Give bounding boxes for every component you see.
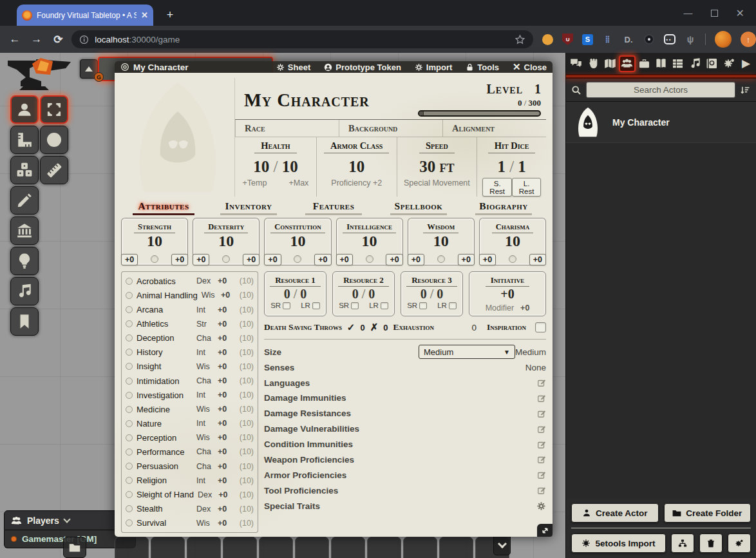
drawing-tool-button[interactable] [10, 186, 39, 215]
resource-value[interactable]: 0 / 0 [265, 287, 326, 301]
browser-menu-update-icon[interactable]: ↑ [741, 32, 756, 47]
skill-row[interactable]: Nature Int +0 (10) [126, 416, 254, 430]
initiative-label[interactable]: Initiative [486, 275, 529, 287]
ability-proficiency-radio[interactable] [366, 255, 373, 263]
configure-button[interactable] [728, 534, 751, 553]
sheet-tab[interactable]: Spellbook [376, 200, 461, 215]
ability-score[interactable]: 10 [265, 233, 330, 249]
edit-trait-icon[interactable] [537, 425, 546, 434]
skill-row[interactable]: Insight Wis +0 (10) [126, 360, 254, 374]
tab-actors[interactable] [619, 55, 636, 72]
temp-hp-field[interactable]: +Temp [243, 178, 267, 188]
sounds-tool-button[interactable] [10, 277, 39, 305]
identity-field[interactable]: Alignment [442, 120, 546, 137]
death-success-count[interactable]: 0 [360, 323, 364, 332]
ability-proficiency-radio[interactable] [222, 255, 230, 263]
ability-check-mod[interactable]: +0 [171, 254, 188, 265]
folder-tree-button[interactable] [671, 534, 694, 553]
macro-slot[interactable] [115, 537, 149, 558]
ability-save-mod[interactable]: +0 [408, 254, 424, 265]
ruler-tool-button[interactable] [10, 126, 39, 154]
short-rest-button[interactable]: S. Rest [482, 178, 512, 197]
skill-proficiency-radio[interactable] [126, 420, 133, 427]
lr-checkbox[interactable] [449, 302, 457, 309]
ability-save-mod[interactable]: +0 [264, 254, 281, 265]
skill-row[interactable]: Perception Wis +0 (10) [126, 430, 254, 445]
measure-tool-button[interactable] [40, 156, 68, 184]
ability-name[interactable]: Constitution [270, 222, 325, 233]
sheet-tab[interactable]: Attributes [121, 200, 206, 215]
edit-trait-icon[interactable] [537, 394, 546, 403]
new-tab-button[interactable]: + [162, 8, 178, 23]
tab-close-icon[interactable]: ✕ [141, 10, 148, 20]
browser-tab[interactable]: Foundry Virtual Tabletop • A Stan ✕ [17, 5, 153, 26]
ability-name[interactable]: Dexterity [204, 222, 248, 233]
walls-tool-button[interactable] [10, 216, 39, 245]
token-tool-button[interactable] [10, 95, 39, 124]
ability-check-mod[interactable]: +0 [458, 254, 475, 265]
cookie-extension-icon[interactable] [542, 34, 553, 45]
sheet-tab[interactable]: Inventory [206, 200, 291, 215]
ability-check-mod[interactable]: +0 [243, 254, 260, 265]
skill-row[interactable]: Stealth Dex +0 (10) [126, 502, 254, 516]
actor-entry[interactable]: My Character [566, 102, 756, 143]
ability-score[interactable]: 10 [408, 233, 474, 249]
sidebar-collapse-caret-icon[interactable]: ▶ [737, 55, 754, 72]
grid-extension-icon[interactable]: ⣿ [602, 34, 614, 45]
tab-compendium[interactable] [704, 55, 721, 72]
forward-icon[interactable]: → [26, 33, 48, 46]
resource-label[interactable]: Resource 2 [338, 275, 389, 287]
skill-proficiency-radio[interactable] [126, 278, 133, 285]
lighting-tool-button[interactable] [10, 247, 39, 275]
reload-icon[interactable]: ⟳ [48, 33, 70, 46]
sheet-config-button[interactable]: Sheet [276, 63, 310, 72]
skill-row[interactable]: Persuasion Cha +0 (10) [126, 459, 254, 474]
skill-row[interactable]: Medicine Wis +0 (10) [126, 402, 254, 416]
tab-tables[interactable] [670, 55, 686, 72]
macro-slot[interactable] [439, 537, 473, 558]
tab-scenes[interactable] [601, 55, 618, 72]
ability-name[interactable]: Intelligence [343, 222, 396, 233]
skill-proficiency-radio[interactable] [126, 334, 133, 342]
ability-score[interactable]: 10 [480, 233, 545, 249]
xp-line[interactable]: 0 / 300 [518, 98, 541, 108]
ability-name[interactable]: Charisma [492, 222, 534, 233]
macro-slot[interactable] [259, 537, 293, 558]
macro-slot[interactable] [223, 537, 257, 558]
skill-proficiency-radio[interactable] [126, 306, 133, 313]
macro-slot[interactable] [331, 537, 365, 558]
close-sheet-button[interactable]: ✕ Close [513, 61, 547, 73]
death-fail-icon[interactable]: ✗ [370, 322, 379, 333]
ability-save-mod[interactable]: +0 [121, 254, 138, 265]
skill-row[interactable]: Acrobatics Dex +0 (10) [126, 274, 254, 288]
resource-value[interactable]: 0 / 0 [333, 287, 394, 301]
skill-row[interactable]: Arcana Int +0 (10) [126, 303, 254, 317]
skill-row[interactable]: Animal Handling Wis +0 (10) [126, 288, 254, 302]
exhaustion-value[interactable]: 0 [438, 323, 477, 332]
sr-checkbox[interactable] [283, 302, 290, 309]
edit-trait-icon[interactable] [537, 486, 546, 495]
ability-save-mod[interactable]: +0 [336, 254, 353, 265]
edit-trait-icon[interactable] [537, 440, 546, 449]
ability-proficiency-radio[interactable] [151, 255, 158, 263]
macro-slot[interactable] [187, 537, 221, 558]
character-name[interactable]: My Character [244, 89, 410, 111]
ability-save-mod[interactable]: +0 [193, 254, 209, 265]
macro-slot[interactable] [295, 537, 329, 558]
skill-row[interactable]: Survival Wis +0 (10) [126, 516, 254, 530]
ability-proficiency-radio[interactable] [509, 255, 516, 263]
skill-row[interactable]: Religion Int +0 (10) [126, 474, 254, 488]
skill-proficiency-radio[interactable] [126, 463, 133, 470]
ability-check-mod[interactable]: +0 [314, 254, 331, 265]
fork-extension-icon[interactable]: ψ [685, 34, 696, 45]
configure-traits-gear-icon[interactable] [536, 501, 546, 511]
eye-extension-icon[interactable] [644, 34, 654, 44]
macro-slot[interactable] [151, 537, 185, 558]
tab-chat[interactable] [567, 55, 584, 72]
ability-check-mod[interactable]: +0 [529, 254, 546, 265]
dice-tool-button[interactable] [10, 156, 39, 184]
back-icon[interactable]: ← [4, 33, 26, 46]
s-extension-icon[interactable]: S [582, 34, 593, 45]
lr-checkbox[interactable] [312, 302, 320, 309]
edit-trait-icon[interactable] [537, 409, 546, 418]
